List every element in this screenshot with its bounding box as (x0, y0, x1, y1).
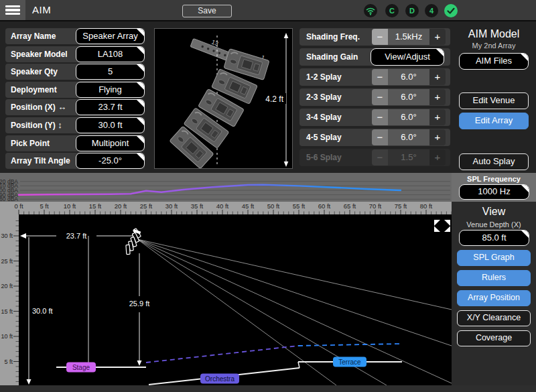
plus-button[interactable]: + (429, 129, 446, 145)
field-label: Speaker Qty (5, 64, 58, 80)
stepper-value: 1.5° (388, 149, 429, 166)
minus-button[interactable]: − (372, 29, 388, 45)
svg-text:Stage: Stage (72, 364, 90, 371)
aim-files-button[interactable]: AIM Files (459, 53, 529, 70)
corner-fold-icon (137, 29, 144, 36)
stepper-value: 6.0° (388, 89, 429, 105)
vertical-ruler[interactable]: 30 ft25 ft20 ft15 ft10 ft5 ft (0, 214, 19, 385)
fullscreen-icon[interactable] (434, 220, 450, 232)
check-status-icon[interactable] (444, 4, 458, 17)
toggle-coverage[interactable]: Coverage (457, 330, 531, 346)
field-row-array-name: Array NameSpeaker Array (5, 28, 145, 44)
spl-graph: 120 dBA110 dBA100 dBA90 dBA80 dBA (0, 173, 452, 202)
speaker-boxes (170, 49, 269, 169)
svg-text:Orchestra: Orchestra (205, 375, 234, 383)
bottom-strip (0, 385, 536, 392)
vertical-arrows-icon: ↕ (56, 120, 62, 130)
edit-venue-button[interactable]: Edit Venue (459, 92, 529, 109)
minus-button[interactable]: − (372, 69, 388, 85)
edit-array-button[interactable]: Edit Array (459, 113, 529, 129)
zone-badge-terrace[interactable]: Terrace (333, 357, 366, 367)
venue-section-view[interactable]: 23.7 ft30.0 ft25.9 ftStageOrchestraTerra… (19, 214, 452, 385)
minus-button[interactable]: − (372, 109, 388, 125)
status-count-icon[interactable]: 4 (425, 4, 438, 17)
status-d-icon[interactable]: D (405, 4, 419, 17)
status-c-icon[interactable]: C (385, 4, 399, 17)
value-field-speaker-model[interactable]: LA108 (76, 46, 145, 62)
row-label: 4-5 Splay (299, 129, 342, 146)
minus-button[interactable]: − (372, 149, 388, 166)
minus-button[interactable]: − (372, 89, 388, 105)
toggle-rulers[interactable]: Rulers (457, 270, 531, 286)
row-shading-gain: Shading GainView/Adjust (299, 48, 450, 66)
plus-button[interactable]: + (429, 149, 446, 166)
plus-button[interactable]: + (429, 29, 446, 45)
svg-text:15 ft: 15 ft (89, 202, 102, 210)
view-title: View (452, 206, 536, 218)
svg-text:10 ft: 10 ft (1, 333, 13, 340)
svg-text:15 ft: 15 ft (1, 308, 13, 315)
svg-text:65 ft: 65 ft (344, 202, 356, 210)
plus-button[interactable]: + (429, 89, 446, 105)
view-adjust-button[interactable]: View/Adjust (371, 48, 444, 66)
wifi-status-icon[interactable] (364, 4, 377, 17)
auto-splay-button[interactable]: Auto Splay (459, 153, 529, 170)
field-row-speaker-qty: Speaker Qty5 (5, 64, 145, 80)
stepper-value: 1.5kHz (388, 29, 429, 45)
value-field-position-x[interactable]: 23.7 ft (76, 99, 145, 115)
toggle-array-position[interactable]: Array Position (457, 290, 531, 306)
corner-fold-icon (521, 185, 529, 192)
corner-fold-icon (137, 82, 144, 90)
field-row-speaker-model: Speaker ModelLA108 (5, 46, 145, 62)
value-field-deployment[interactable]: Flying (76, 82, 145, 98)
field-row-array-tilt-angle: Array Tilt Angle-25.0° (5, 153, 145, 169)
spl-frequency-field[interactable]: 1000 Hz (459, 184, 529, 200)
field-label: Array Tilt Angle (5, 153, 70, 169)
stepper-value: 6.0° (388, 69, 429, 85)
field-label: Pick Point (5, 135, 50, 151)
row-2-3-splay: 2-3 Splay−6.0°+ (299, 88, 450, 106)
value-field-speaker-qty[interactable]: 5 (76, 64, 145, 80)
toggle-spl-graph[interactable]: SPL Graph (457, 250, 531, 266)
save-button[interactable]: Save (182, 5, 232, 17)
field-row-position-y: Position (Y) ↕30.0 ft (5, 117, 145, 133)
spl-frequency-block: SPL Frequency 1000 Hz (452, 173, 536, 202)
row-5-6-splay: 5-6 Splay−1.5°+ (299, 149, 450, 166)
svg-text:35 ft: 35 ft (191, 202, 204, 210)
venue-depth-field[interactable]: 85.0 ft (459, 230, 529, 246)
app-title: AIM (32, 4, 51, 15)
array-position-icon[interactable] (126, 228, 141, 255)
corner-fold-icon (436, 49, 444, 56)
stepper-value: 6.0° (388, 129, 429, 145)
zone-badge-orchestra[interactable]: Orchestra (200, 374, 239, 384)
plus-button[interactable]: + (429, 69, 446, 85)
corner-fold-icon (137, 136, 144, 143)
toggle-x-y-clearance[interactable]: X/Y Clearance (457, 310, 531, 326)
value-field-position-y[interactable]: 30.0 ft (76, 117, 145, 133)
view-panel: View Venue Depth (X) 85.0 ft SPL GraphRu… (452, 202, 536, 385)
zone-badge-stage[interactable]: Stage (66, 363, 96, 373)
horizontal-ruler[interactable]: 0 ft5 ft10 ft15 ft20 ft25 ft30 ft35 ft40… (0, 202, 452, 214)
svg-text:45 ft: 45 ft (242, 202, 255, 210)
value-field-array-tilt-angle[interactable]: -25.0° (76, 153, 145, 169)
svg-text:30 ft: 30 ft (165, 202, 178, 210)
value-field-pick-point[interactable]: Multipoint (76, 135, 145, 151)
field-label: Position (X) (5, 99, 56, 115)
aim-model-subtitle: My 2nd Array (452, 42, 536, 50)
minus-button[interactable]: − (372, 129, 388, 145)
row-shading-freq: Shading Freq.−1.5kHz+ (299, 28, 450, 46)
svg-text:10 ft: 10 ft (64, 202, 76, 210)
svg-text:5 ft: 5 ft (4, 358, 13, 365)
field-row-position-x: Position (X) ↔23.7 ft (5, 99, 145, 115)
height-dimension-label: 4.2 ft (265, 94, 283, 104)
svg-text:0 ft: 0 ft (14, 202, 23, 210)
hamburger-menu-icon[interactable] (0, 0, 25, 20)
plus-button[interactable]: + (429, 109, 446, 125)
dim-y-label: 30.0 ft (32, 307, 53, 315)
row-4-5-splay: 4-5 Splay−6.0°+ (299, 129, 450, 146)
value-field-array-name[interactable]: Speaker Array (76, 28, 145, 44)
dim-array-to-stage-label: 25.9 ft (129, 300, 150, 308)
row-label: 3-4 Splay (299, 109, 342, 126)
stepper-value: 6.0° (388, 109, 429, 125)
row-1-2-splay: 1-2 Splay−6.0°+ (299, 68, 450, 86)
